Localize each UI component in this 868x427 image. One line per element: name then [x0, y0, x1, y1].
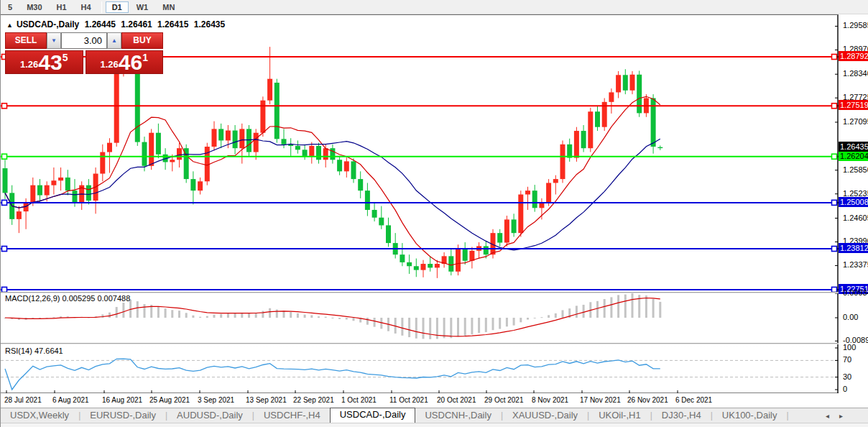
price-line-label: 1.23812 [839, 243, 868, 253]
candle-body [484, 246, 489, 254]
line-drag-handle[interactable] [832, 200, 837, 205]
rsi-pane-separator[interactable] [1, 343, 839, 344]
macd-histogram-bar [185, 313, 188, 318]
candle-body [135, 68, 140, 142]
rsi-axis-label: 70 [843, 355, 851, 364]
chart-tab-xauusd-daily[interactable]: XAUUSD-,Daily [503, 408, 587, 423]
macd-histogram-bar [604, 299, 606, 318]
volume-input[interactable]: 3.00 [61, 32, 107, 49]
candle-body [623, 75, 628, 90]
macd-histogram-bar [353, 318, 355, 321]
macd-histogram-bar [632, 293, 634, 318]
chart-tab-audusd-daily[interactable]: AUDUSD-,Daily [167, 408, 252, 423]
chart-tab-bar: USDX,Weekly|EURUSD-,Daily|AUDUSD-,Daily|… [1, 408, 868, 423]
candle-body [303, 150, 308, 156]
date-axis[interactable]: 28 Jul 20216 Aug 202116 Aug 202125 Aug 2… [1, 393, 839, 408]
price-pane[interactable] [1, 47, 839, 292]
candle-body [512, 219, 517, 233]
candle-body [344, 161, 349, 171]
macd-pane-separator[interactable] [1, 292, 839, 293]
macd-histogram-bar [471, 318, 473, 334]
date-axis-label: 3 Sep 2021 [198, 396, 234, 404]
line-drag-handle[interactable] [2, 154, 7, 159]
line-drag-handle[interactable] [832, 55, 837, 60]
candle-body [239, 129, 244, 148]
chart-tab-usdchf-h4[interactable]: USDCHF-,H4 [254, 408, 330, 423]
volume-increase-button[interactable]: ▲ [107, 32, 121, 49]
timeframe-button-mn[interactable]: MN [156, 1, 181, 13]
macd-histogram-bar [485, 318, 487, 332]
sell-price-button[interactable]: 1.26 43 5 [5, 50, 83, 74]
candle-body [497, 233, 502, 242]
chart-tab-eurusd-daily[interactable]: EURUSD-,Daily [80, 408, 165, 423]
macd-histogram-bar [248, 313, 250, 318]
macd-histogram-bar [659, 302, 661, 318]
chart-canvas[interactable] [1, 15, 839, 408]
timeframe-button-m30[interactable]: M30 [20, 1, 48, 13]
line-drag-handle[interactable] [2, 200, 7, 205]
macd-indicator-label: MACD(12,26,9) 0.005295 0.007488 [5, 294, 130, 303]
macd-histogram-bar [457, 318, 459, 336]
macd-histogram-bar [192, 316, 194, 318]
candle-body [149, 133, 154, 166]
sell-button[interactable]: SELL [5, 32, 47, 49]
candle-body [233, 131, 238, 149]
line-drag-handle[interactable] [832, 154, 837, 159]
timeframe-button-w1[interactable]: W1 [130, 1, 155, 13]
macd-axis-label: 0.00 [843, 313, 858, 321]
candle-body [616, 75, 621, 92]
tab-scroll-arrows[interactable]: ◂▸ [826, 412, 853, 423]
chart-tab-uk100-daily[interactable]: UK100-,Daily [713, 408, 787, 423]
macd-histogram-bar [157, 306, 160, 318]
collapse-arrow-icon[interactable]: ▲ [6, 22, 13, 29]
date-axis-label: 6 Dec 2021 [675, 396, 712, 404]
chart-window[interactable]: ▲USDCAD-,Daily 1.26445 1.26461 1.26415 1… [1, 14, 839, 408]
candle-body [351, 161, 356, 179]
candle-body [414, 266, 419, 270]
candle-body [400, 254, 405, 262]
timeframe-button-h4[interactable]: H4 [75, 1, 98, 13]
line-drag-handle[interactable] [2, 247, 7, 252]
sell-price-big: 43 [38, 53, 62, 72]
candle-body [518, 195, 523, 234]
date-axis-label: 17 Nov 2021 [580, 396, 621, 404]
rsi-line [5, 359, 660, 390]
timeframe-button-h1[interactable]: H1 [50, 1, 73, 13]
buy-button[interactable]: BUY [121, 32, 163, 49]
timeframe-button-5[interactable]: 5 [1, 1, 19, 13]
price-axis[interactable]: 1.295851.289701.283401.277251.270951.258… [839, 14, 868, 408]
candle-body [309, 146, 314, 156]
macd-histogram-bar [624, 295, 627, 318]
chart-tab-usdx-weekly[interactable]: USDX,Weekly [1, 408, 78, 423]
candle-body [73, 190, 78, 202]
timeframe-button-d1[interactable]: D1 [106, 1, 129, 13]
macd-histogram-bar [116, 307, 118, 318]
candle-body [609, 92, 614, 101]
chart-tab-dj30-h4[interactable]: DJ30-,H4 [652, 408, 711, 423]
date-axis-label: 28 Jul 2021 [4, 396, 42, 404]
volume-decrease-button[interactable]: ▼ [47, 32, 61, 49]
candle-body [428, 264, 433, 267]
candle-body [316, 146, 321, 160]
candle-body [504, 219, 509, 242]
macd-histogram-bar [492, 318, 494, 330]
macd-histogram-bar [555, 313, 557, 318]
macd-histogram-bar [520, 318, 522, 322]
macd-histogram-bar [617, 295, 619, 318]
buy-price-button[interactable]: 1.26 46 1 [86, 50, 164, 74]
macd-histogram-bar [464, 318, 466, 336]
macd-histogram-bar [366, 318, 369, 325]
line-drag-handle[interactable] [832, 104, 837, 109]
rsi-pane[interactable] [1, 359, 839, 390]
macd-histogram-bar [144, 304, 146, 318]
line-drag-handle[interactable] [832, 247, 837, 252]
date-axis-label: 26 Nov 2021 [627, 396, 668, 404]
macd-histogram-bar [583, 305, 585, 318]
chart-tab-usdcad-daily[interactable]: USDCAD-,Daily [330, 408, 416, 423]
line-drag-handle[interactable] [2, 104, 7, 109]
chart-tab-usdcnh-daily[interactable]: USDCNH-,Daily [415, 408, 500, 423]
candle-body [100, 152, 105, 174]
chart-tab-ukoil-h1[interactable]: UKOil-,H1 [589, 408, 650, 423]
candle-body [170, 160, 175, 162]
macd-histogram-bar [199, 317, 201, 318]
